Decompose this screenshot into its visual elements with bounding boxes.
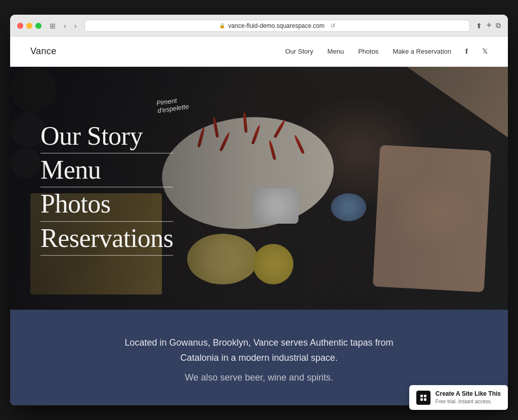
squarespace-logo (416, 391, 430, 405)
hero-nav-reservations[interactable]: Reservations (40, 223, 173, 256)
hero-nav: Our Story Menu Photos Reservations (40, 120, 173, 256)
svg-rect-2 (420, 398, 423, 401)
svg-rect-0 (420, 395, 423, 397)
browser-chrome: ⊞ ‹ › 🔒 vance-fluid-demo.squarespace.com… (10, 15, 508, 36)
badge-label: Create A Site Like This (436, 390, 501, 398)
about-text-secondary: We also serve beer, wine and spirits. (107, 370, 411, 386)
forward-button[interactable]: › (72, 21, 79, 30)
hero-nav-menu[interactable]: Menu (40, 154, 173, 187)
squarespace-badge[interactable]: Create A Site Like This Free trial. Inst… (409, 385, 508, 410)
site-header: Vance Our Story Menu Photos Make a Reser… (10, 36, 508, 67)
hero-nav-our-story[interactable]: Our Story (40, 120, 173, 153)
facebook-icon[interactable]: f (465, 47, 468, 56)
badge-sublabel: Free trial. Instant access. (436, 398, 501, 405)
about-text-primary: Located in Gowanus, Brooklyn, Vance serv… (107, 335, 411, 366)
minimize-button[interactable] (26, 23, 32, 29)
maximize-button[interactable] (35, 23, 41, 29)
svg-rect-1 (424, 395, 426, 397)
url-text: vance-fluid-demo.squarespace.com (228, 22, 324, 29)
browser-controls: ⊞ ‹ › (48, 21, 78, 30)
traffic-lights (17, 23, 41, 29)
nav-menu[interactable]: Menu (327, 48, 344, 55)
tabs-icon[interactable]: ⧉ (496, 21, 501, 30)
address-bar[interactable]: 🔒 vance-fluid-demo.squarespace.com ↺ (84, 20, 470, 32)
svg-rect-3 (424, 398, 426, 401)
browser-window: ⊞ ‹ › 🔒 vance-fluid-demo.squarespace.com… (10, 15, 508, 406)
nav-reservation[interactable]: Make a Reservation (393, 48, 451, 55)
close-button[interactable] (17, 23, 23, 29)
reload-icon[interactable]: ↺ (330, 22, 335, 29)
site-logo[interactable]: Vance (30, 46, 57, 57)
hero-nav-photos[interactable]: Photos (40, 189, 173, 222)
sidebar-toggle[interactable]: ⊞ (48, 21, 58, 30)
new-tab-icon[interactable]: + (486, 20, 492, 31)
badge-text-container: Create A Site Like This Free trial. Inst… (436, 390, 501, 405)
lock-icon: 🔒 (219, 23, 225, 28)
back-button[interactable]: ‹ (62, 21, 68, 30)
site-nav: Our Story Menu Photos Make a Reservation… (285, 47, 488, 56)
hero-section: Piment d'espelette Our Story Menu Photos… (10, 67, 508, 310)
twitter-icon[interactable]: 𝕏 (482, 47, 488, 55)
share-icon[interactable]: ⬆ (476, 22, 482, 30)
browser-actions: ⬆ + ⧉ (476, 20, 501, 31)
nav-our-story[interactable]: Our Story (285, 48, 314, 55)
nav-photos[interactable]: Photos (358, 48, 378, 55)
